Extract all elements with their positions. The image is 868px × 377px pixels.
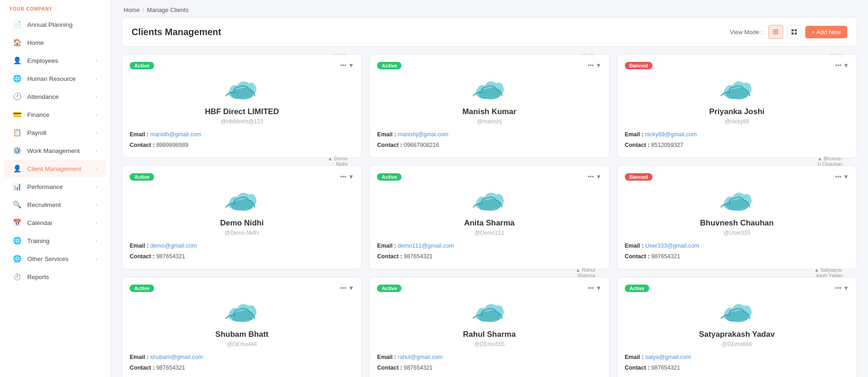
header-actions: View Mode : + Add New [730, 25, 847, 39]
client-card: Active ••• ▼ Shubam Bhatt @DEmo444 Email… [122, 277, 362, 377]
avatar-area [625, 74, 849, 102]
contact-row: Contact : 987654321 [130, 251, 354, 262]
card-header: Active ••• ▼ [377, 285, 601, 292]
sidebar-item-reports[interactable]: ⏱️ Reports [4, 268, 107, 286]
email-value[interactable]: User333@gmail.com [645, 243, 699, 249]
email-row: Email : shubam@gmail.com [130, 352, 354, 363]
contact-label: Contact : [625, 365, 652, 371]
contact-row: Contact : 987654321 [377, 363, 601, 373]
client-info: Email : demo@gmail.com Contact : 9876543… [130, 241, 354, 261]
client-username: @nicky89 [625, 118, 849, 125]
email-value[interactable]: shubam@gmail.com [150, 354, 203, 360]
avatar-area [377, 185, 601, 213]
sidebar-item-finance[interactable]: 💳 Finance › [4, 106, 107, 123]
avatar-area [130, 74, 354, 102]
card-menu-button[interactable]: ••• ▼ [340, 285, 354, 292]
sidebar-item-human-resource[interactable]: 🌐 Human Resource › [4, 70, 107, 87]
main-content: Home / Manage Clients Clients Management… [111, 0, 868, 377]
sidebar-item-calendar[interactable]: 📅 Calendar › [4, 214, 107, 231]
sidebar-item-work-management[interactable]: ⚙️ Work Management › [4, 142, 107, 159]
contact-value: 987654321 [404, 365, 433, 371]
sidebar-item-training[interactable]: 🌐 Training › [4, 232, 107, 249]
status-badge: Active [130, 173, 154, 181]
contact-value: 8989898989 [156, 142, 189, 148]
breadcrumb: Home / Manage Clients [111, 0, 868, 17]
client-card: ▲ Satyapra-kash Yadav Active ••• ▼ Satya… [617, 277, 857, 377]
svg-rect-5 [791, 32, 794, 35]
sidebar-label-human-resource: Human Resource [27, 75, 76, 82]
contact-value: 987654321 [651, 365, 680, 371]
email-label: Email : [130, 243, 150, 249]
contact-value: 987654321 [651, 253, 680, 260]
email-value[interactable]: satya@gmail.com [645, 354, 691, 360]
sidebar-item-recruitment[interactable]: 🔍 Recruitment › [4, 196, 107, 213]
email-value[interactable]: demo111@gmail.com [398, 243, 454, 249]
avatar-area [130, 185, 354, 213]
breadcrumb-home[interactable]: Home [124, 6, 140, 13]
sidebar-item-attendance[interactable]: 🕐 Attendance › [4, 88, 107, 105]
card-menu-button[interactable]: ••• ▼ [340, 173, 354, 180]
sidebar-item-performance[interactable]: 📊 Performance › [4, 178, 107, 195]
performance-icon: 📊 [13, 182, 22, 191]
email-value[interactable]: demo@gmail.com [150, 243, 197, 249]
card-menu-button[interactable]: ••• ▼ [588, 62, 602, 69]
chevron-icon: › [96, 112, 97, 117]
annual-planning-icon: 📄 [13, 20, 22, 29]
chevron-icon: › [96, 238, 97, 243]
chevron-icon: › [96, 256, 97, 261]
client-card: ▲ DemoNidhi Active ••• ▼ Demo Nidhi @Dem… [122, 165, 362, 269]
avatar-image [223, 297, 260, 324]
contact-label: Contact : [625, 142, 652, 148]
card-menu-button[interactable]: ••• ▼ [588, 173, 602, 180]
card-menu-button[interactable]: ••• ▼ [588, 285, 602, 292]
client-info: Email : nicky89@gmail.com Contact : 8512… [625, 129, 849, 150]
contact-row: Contact : 8989898989 [130, 140, 354, 151]
email-label: Email : [377, 131, 397, 138]
sidebar-label-performance: Performance [27, 183, 63, 190]
sidebar-label-home: Home [27, 39, 44, 46]
svg-rect-4 [795, 29, 797, 31]
card-menu-button[interactable]: ••• ▼ [835, 62, 849, 69]
add-new-button[interactable]: + Add New [805, 26, 847, 38]
client-name: Shubam Bhatt [130, 330, 354, 339]
avatar-image [471, 297, 508, 324]
email-label: Email : [625, 131, 645, 138]
contact-value: 09667908216 [404, 142, 439, 148]
client-management-icon: 👤 [13, 164, 22, 173]
sidebar-item-other-services[interactable]: 🌐 Other Services › [4, 250, 107, 268]
card-menu-button[interactable]: ••• ▼ [340, 62, 354, 69]
sidebar-item-payroll[interactable]: 📋 Payroll › [4, 124, 107, 141]
card-header: Active ••• ▼ [130, 173, 354, 181]
other-services-icon: 🌐 [13, 255, 22, 263]
email-value[interactable]: manishj@gmai.com [398, 131, 449, 138]
sidebar-item-annual-planning[interactable]: 📄 Annual Planning [4, 16, 107, 33]
cards-area: ▲ ManishKumar Active ••• ▼ HBF Direct LI… [111, 54, 868, 377]
contact-row: Contact : 09667908216 [377, 140, 601, 151]
client-name: HBF Direct LIMITED [130, 107, 354, 116]
email-value[interactable]: manidh@gmail.com [150, 131, 201, 138]
grid-view-button[interactable] [787, 25, 802, 39]
email-row: Email : manishj@gmai.com [377, 129, 601, 140]
svg-rect-1 [773, 31, 778, 32]
avatar-image [223, 185, 260, 213]
contact-label: Contact : [130, 142, 156, 148]
sidebar-label-attendance: Attendance [27, 93, 59, 100]
client-card: ▲ PriyankaJoshi Banned ••• ▼ Priyanka Jo… [617, 54, 857, 158]
email-label: Email : [625, 354, 645, 360]
sidebar-label-other-services: Other Services [27, 255, 68, 262]
client-card: ▲ Bhuvne-h Chauhan Banned ••• ▼ Bhuvnesh… [617, 165, 857, 269]
list-view-button[interactable] [768, 25, 783, 39]
email-value[interactable]: rahul@gmail.com [398, 354, 443, 360]
work-management-icon: ⚙️ [13, 146, 22, 155]
sidebar-item-client-management[interactable]: 👤 Client Management › [4, 160, 107, 177]
sidebar-item-home[interactable]: 🏠 Home [4, 34, 107, 51]
avatar-area [377, 74, 601, 102]
card-menu-button[interactable]: ••• ▼ [835, 173, 849, 180]
client-info: Email : manishj@gmai.com Contact : 09667… [377, 129, 601, 150]
card-menu-button[interactable]: ••• ▼ [835, 285, 849, 292]
client-name: Anita Sharma [377, 219, 601, 228]
card-top-name: ▲ Satyapra-kash Yadav [814, 267, 843, 278]
email-row: Email : rahul@gmail.com [377, 352, 601, 363]
email-value[interactable]: nicky89@gmail.com [645, 131, 697, 138]
sidebar-item-employees[interactable]: 👤 Employees › [4, 52, 107, 69]
